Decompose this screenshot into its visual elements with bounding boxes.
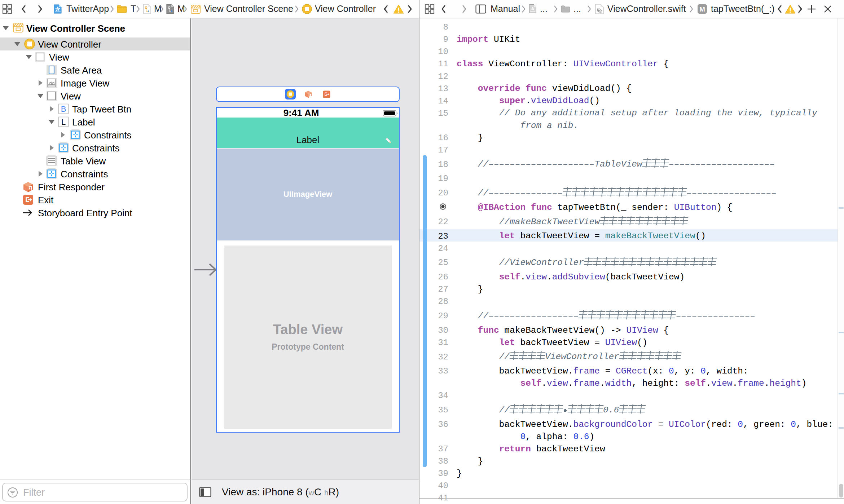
svg-text:B: B (61, 105, 66, 114)
svg-text:M: M (699, 5, 705, 13)
svg-text:L: L (61, 118, 66, 127)
svg-text:1: 1 (29, 186, 31, 190)
svg-text:1: 1 (309, 94, 311, 97)
